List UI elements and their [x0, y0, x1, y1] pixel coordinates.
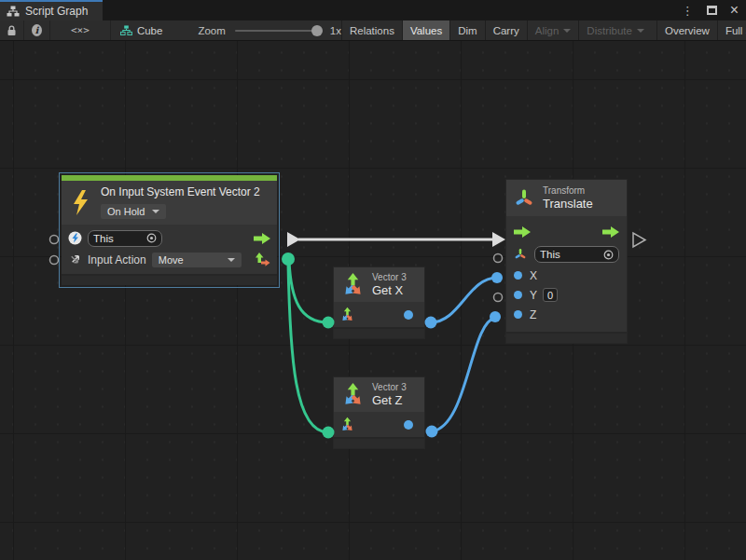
- zoom-value: 1x: [330, 25, 341, 36]
- flow-wire-start-arrow[interactable]: [287, 232, 300, 247]
- event-node-header: On Input System Event Vector 2 On Hold: [62, 181, 277, 225]
- get-x-category: Vector 3: [372, 272, 407, 283]
- event-mode-dropdown[interactable]: On Hold: [101, 204, 166, 219]
- carry-button[interactable]: Carry: [485, 20, 527, 40]
- node-transform-translate[interactable]: Transform Translate: [505, 179, 628, 344]
- float-output-port[interactable]: [404, 310, 413, 320]
- translate-flow-row: [512, 220, 621, 243]
- vector2-output-port[interactable]: [255, 253, 270, 267]
- chevron-down-icon: [228, 258, 235, 262]
- code-icon: <×>: [58, 24, 103, 36]
- maximize-icon[interactable]: [707, 6, 717, 15]
- graph-canvas[interactable]: On Input System Event Vector 2 On Hold: [0, 41, 746, 560]
- vector2-wire-to-get-z[interactable]: [288, 263, 328, 432]
- graph-toolbar: i <×> Cube Zoom 1x Relations Values Dim: [0, 20, 746, 41]
- flow-input-port[interactable]: [514, 226, 531, 238]
- flow-output-port[interactable]: [602, 226, 619, 238]
- translate-x-row: X: [512, 266, 621, 285]
- input-action-dropdown[interactable]: Move: [152, 253, 242, 267]
- vector3-icon: [340, 382, 366, 407]
- node-vector3-get-x[interactable]: Vector 3 Get X: [333, 266, 425, 339]
- relations-button[interactable]: Relations: [341, 20, 402, 40]
- code-view-button[interactable]: <×>: [50, 20, 111, 40]
- get-x-output-dot[interactable]: [425, 317, 437, 329]
- get-z-header: Vector 3 Get Z: [334, 377, 424, 412]
- get-x-footer: [334, 327, 424, 338]
- vector2-wire-to-get-x[interactable]: [289, 261, 328, 322]
- object-picker-icon[interactable]: [603, 250, 614, 260]
- y-value-field[interactable]: 0: [543, 288, 558, 302]
- translate-z-input-dot[interactable]: [490, 311, 501, 322]
- vector3-input-port[interactable]: [339, 307, 355, 322]
- translate-target-port-circle[interactable]: [494, 254, 503, 263]
- info-button[interactable]: i: [24, 20, 50, 40]
- zoom-slider[interactable]: [235, 30, 321, 32]
- graph-name: Cube: [137, 25, 163, 36]
- chevron-down-icon: [152, 210, 159, 213]
- get-z-output-dot[interactable]: [426, 426, 438, 438]
- zoom-label: Zoom: [198, 25, 225, 36]
- x-input-port[interactable]: [514, 271, 522, 280]
- info-icon: i: [32, 24, 42, 36]
- get-x-header: Vector 3 Get X: [334, 267, 424, 302]
- translate-flow-out-triangle[interactable]: [633, 233, 645, 247]
- zoom-slider-handle[interactable]: [311, 25, 323, 36]
- chevron-down-icon: [637, 29, 644, 33]
- flow-output-port[interactable]: [254, 233, 270, 244]
- translate-target-field[interactable]: This: [534, 246, 619, 263]
- input-action-icon: [68, 253, 82, 266]
- translate-title: Translate: [543, 197, 593, 211]
- translate-node-footer: [506, 332, 627, 343]
- vector2-source-port-dot[interactable]: [282, 253, 295, 266]
- node-on-input-system-event[interactable]: On Input System Event Vector 2 On Hold: [62, 175, 277, 285]
- object-picker-icon[interactable]: [146, 233, 157, 243]
- float-wire-x[interactable]: [431, 278, 497, 322]
- lock-button[interactable]: [0, 20, 24, 40]
- overview-button[interactable]: Overview: [656, 20, 717, 40]
- z-input-port[interactable]: [514, 310, 522, 319]
- event-action-row: Input Action Move: [66, 249, 272, 270]
- graph-asset-icon: [120, 25, 132, 35]
- transform-icon: [514, 188, 534, 209]
- dim-button[interactable]: Dim: [449, 20, 484, 40]
- event-action-port-circle[interactable]: [50, 256, 59, 265]
- translate-x-input-dot[interactable]: [491, 272, 503, 283]
- z-port-label: Z: [530, 308, 536, 321]
- transform-mini-icon: [514, 248, 527, 261]
- toolbar-button-row: Relations Values Dim Carry Align Distrib…: [341, 20, 746, 40]
- lightning-bolt-icon: [71, 190, 90, 215]
- graph-breadcrumb[interactable]: Cube: [111, 20, 173, 40]
- window-menu-icon[interactable]: ⋮: [682, 5, 694, 17]
- translate-y-row: Y 0: [512, 285, 621, 305]
- input-action-label: Input Action: [88, 253, 146, 266]
- lock-icon: [7, 25, 17, 36]
- vector3-input-port[interactable]: [339, 417, 355, 432]
- chevron-down-icon: [563, 29, 571, 33]
- y-port-label: Y: [530, 289, 537, 302]
- tab-label: Script Graph: [25, 5, 88, 18]
- script-graph-icon: [7, 6, 20, 17]
- translate-z-row: Z: [512, 305, 621, 324]
- fullscreen-button[interactable]: Full Screen: [717, 20, 746, 40]
- float-output-port[interactable]: [404, 420, 413, 430]
- event-target-port-circle[interactable]: [50, 236, 59, 244]
- event-node-selection: On Input System Event Vector 2 On Hold: [59, 172, 280, 288]
- node-vector3-get-z[interactable]: Vector 3 Get Z: [333, 376, 425, 449]
- y-input-port[interactable]: [514, 291, 522, 299]
- translate-y-port-circle[interactable]: [494, 294, 503, 302]
- get-z-port-row: [334, 412, 424, 437]
- vector3-icon: [340, 272, 366, 297]
- float-wire-z[interactable]: [432, 318, 495, 431]
- distribute-dropdown: Distribute: [578, 20, 652, 40]
- get-x-title: Get X: [372, 283, 407, 297]
- event-target-field[interactable]: This: [88, 230, 162, 247]
- close-icon[interactable]: ×: [730, 3, 739, 18]
- event-node-footer: [62, 274, 277, 285]
- event-target-row: This: [66, 227, 272, 249]
- get-z-title: Get Z: [372, 393, 407, 407]
- get-z-category: Vector 3: [372, 382, 407, 393]
- translate-node-header: Transform Translate: [506, 180, 627, 216]
- tab-script-graph[interactable]: Script Graph: [0, 0, 103, 20]
- values-button[interactable]: Values: [402, 20, 449, 40]
- translate-category: Transform: [543, 185, 593, 197]
